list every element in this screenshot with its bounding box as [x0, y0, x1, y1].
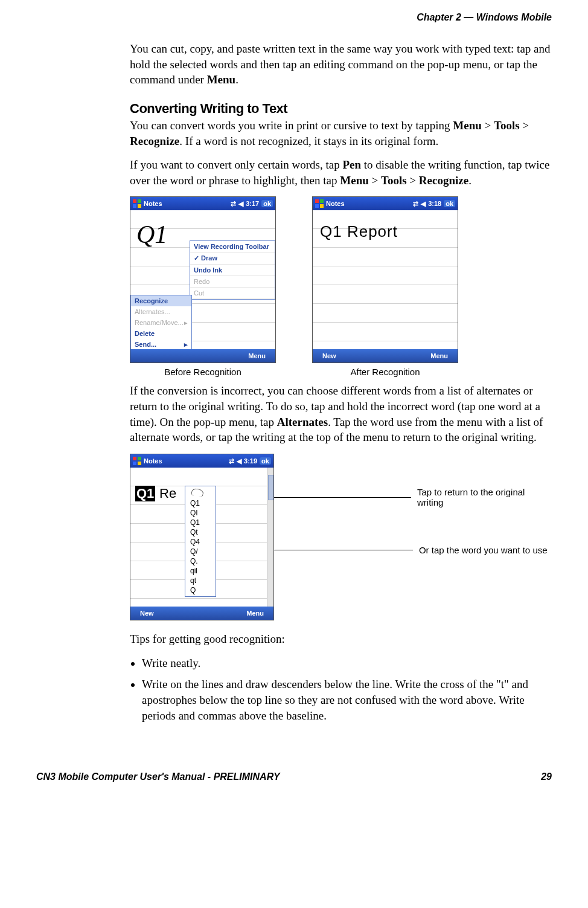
- menu-item-undo-ink[interactable]: Undo Ink: [190, 265, 275, 276]
- clock-text: 3:18: [428, 200, 441, 207]
- footer-left: CN3 Mobile Computer User's Manual - PREL…: [36, 771, 280, 782]
- softkey-bar: Menu: [130, 349, 275, 362]
- softkey-right[interactable]: Menu: [248, 352, 266, 359]
- alternate-option[interactable]: Qt: [185, 527, 216, 537]
- screenshots-row: Notes ⇄ ◀ 3:17 ok Q1 View Recor: [130, 196, 552, 377]
- alternate-option[interactable]: QI: [185, 508, 216, 518]
- device-before: Notes ⇄ ◀ 3:17 ok Q1 View Recor: [130, 196, 276, 363]
- alternate-option[interactable]: Q4: [185, 537, 216, 547]
- page-footer: CN3 Mobile Computer User's Manual - PREL…: [0, 771, 588, 794]
- selected-word[interactable]: Q1: [135, 486, 155, 501]
- context-menu[interactable]: View Recording Toolbar Draw Undo Ink Red…: [190, 240, 275, 300]
- alternate-option[interactable]: Q: [185, 585, 216, 595]
- app-title: Notes: [326, 200, 345, 207]
- screenshot-alternates-row: Notes ⇄ ◀ 3:19 ok Q1 Re Q1: [130, 454, 552, 620]
- alternate-option[interactable]: Q1: [185, 498, 216, 508]
- screenshot-before: Notes ⇄ ◀ 3:17 ok Q1 View Recor: [130, 196, 276, 377]
- bold: Pen: [342, 158, 361, 171]
- menu-bold: Menu: [207, 73, 236, 86]
- softkey-bar: New Menu: [313, 349, 458, 362]
- submenu[interactable]: Recognize Alternates... Rename/Move... D…: [130, 295, 192, 349]
- volume-icon: ◀: [238, 200, 243, 208]
- softkey-left[interactable]: New: [140, 610, 154, 617]
- annotation-text: Or tap the word you want to use: [419, 545, 548, 555]
- softkey-right[interactable]: Menu: [246, 610, 264, 617]
- alternates-popup[interactable]: Q1 QI Q1 Qt Q4 Q/ Q. qil qt Q: [185, 486, 216, 597]
- clock-text: 3:19: [244, 457, 257, 465]
- tips-intro: Tips for getting good recognition:: [130, 631, 552, 647]
- recognized-text: Q1 Report: [320, 222, 398, 241]
- bold: Recognize: [130, 135, 179, 147]
- alternate-option[interactable]: qt: [185, 576, 216, 585]
- menu-item-send[interactable]: Send...: [131, 339, 191, 349]
- text: >: [407, 174, 419, 187]
- alternates-paragraph: If the conversion is incorrect, you can …: [130, 383, 552, 445]
- note-canvas[interactable]: Q1 View Recording Toolbar Draw Undo Ink …: [130, 210, 275, 349]
- caption-before: Before Recognition: [164, 367, 241, 377]
- tips-list: Write neatly. Write on the lines and dra…: [130, 655, 552, 724]
- connectivity-icon: ⇄: [231, 200, 236, 208]
- original-writing-option[interactable]: [185, 488, 216, 498]
- ok-button[interactable]: ok: [261, 200, 273, 207]
- alternate-option[interactable]: qil: [185, 566, 216, 576]
- sip-icon[interactable]: [195, 610, 205, 617]
- tip-item: Write on the lines and draw descenders b…: [142, 677, 552, 723]
- annotations: Tap to return to the original writing Or…: [274, 454, 552, 593]
- sip-icon[interactable]: [190, 352, 199, 359]
- alternate-option[interactable]: Q/: [185, 547, 216, 556]
- bold: Menu: [453, 119, 482, 132]
- menu-item-draw[interactable]: Draw: [190, 253, 275, 265]
- app-title: Notes: [144, 200, 162, 207]
- remainder-text: Re: [159, 486, 176, 501]
- bold: Tools: [494, 119, 520, 132]
- scroll-thumb[interactable]: [268, 475, 273, 500]
- menu-item-delete[interactable]: Delete: [131, 328, 191, 339]
- ok-button[interactable]: ok: [444, 200, 455, 207]
- ok-button[interactable]: ok: [260, 457, 271, 465]
- connectivity-icon: ⇄: [229, 457, 234, 465]
- text: >: [369, 174, 381, 187]
- menu-item-view-recording-toolbar[interactable]: View Recording Toolbar: [190, 241, 275, 253]
- annotation-text: Tap to return to the original writing: [417, 487, 552, 507]
- text: If you want to convert only certain word…: [130, 158, 342, 171]
- annotation-2: Or tap the word you want to use: [274, 545, 552, 555]
- app-title: Notes: [144, 457, 162, 465]
- text: You can convert words you write in print…: [130, 119, 453, 132]
- windows-flag-icon: [315, 199, 324, 208]
- text: You can cut, copy, and paste written tex…: [130, 42, 551, 86]
- menu-item-recognize[interactable]: Recognize: [131, 295, 191, 306]
- connectivity-icon: ⇄: [413, 200, 418, 208]
- scrollbar[interactable]: [267, 468, 273, 607]
- clock-text: 3:17: [246, 200, 259, 207]
- bold: Tools: [381, 174, 407, 187]
- page-number: 29: [541, 771, 552, 782]
- intro-paragraph: You can cut, copy, and paste written tex…: [130, 41, 552, 88]
- running-header: Chapter 2 — Windows Mobile: [36, 12, 552, 23]
- text: >: [520, 119, 529, 132]
- bold: Menu: [340, 174, 369, 187]
- note-canvas[interactable]: Q1 Re Q1 QI Q1 Qt Q4 Q/ Q. qil qt Q: [130, 468, 273, 607]
- alternate-option[interactable]: Q.: [185, 556, 216, 566]
- note-canvas[interactable]: Q1 Report: [313, 210, 458, 349]
- alternate-option[interactable]: Q1: [185, 518, 216, 527]
- sip-icon[interactable]: [379, 352, 388, 359]
- convert-paragraph-1: You can convert words you write in print…: [130, 118, 552, 149]
- softkey-left[interactable]: New: [322, 352, 336, 359]
- volume-icon: ◀: [421, 200, 426, 208]
- leader-line: [274, 550, 413, 550]
- convert-paragraph-2: If you want to convert only certain word…: [130, 157, 552, 188]
- titlebar: Notes ⇄ ◀ 3:19 ok: [130, 454, 273, 468]
- windows-flag-icon: [133, 199, 141, 208]
- section-heading: Converting Writing to Text: [130, 101, 552, 117]
- text: .: [235, 73, 238, 86]
- softkey-bar: New Menu: [130, 607, 273, 620]
- windows-flag-icon: [133, 457, 141, 465]
- softkey-right[interactable]: Menu: [430, 352, 448, 359]
- text: .: [468, 174, 471, 187]
- device-after: Notes ⇄ ◀ 3:18 ok Q1 Report: [312, 196, 458, 363]
- text: . If a word is not recognized, it stays …: [179, 135, 438, 147]
- caption-after: After Recognition: [350, 367, 420, 377]
- menu-item-cut: Cut: [190, 288, 275, 299]
- device-alternates: Notes ⇄ ◀ 3:19 ok Q1 Re Q1: [130, 454, 274, 620]
- handwritten-text: Q1: [136, 220, 167, 249]
